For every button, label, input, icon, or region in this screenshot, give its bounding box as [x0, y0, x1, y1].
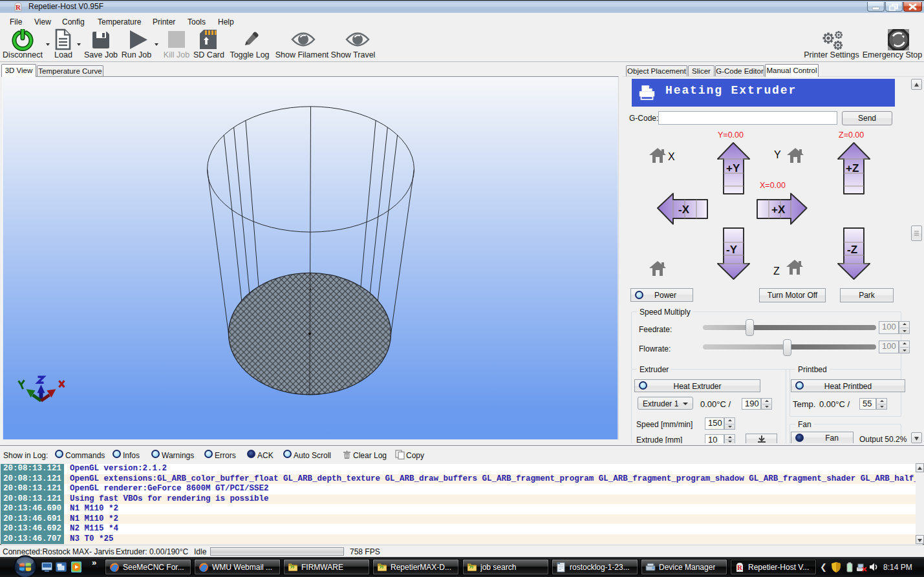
svg-text:Y: Y: [774, 149, 781, 160]
svg-text:-Y: -Y: [726, 244, 738, 256]
svg-text:R: R: [16, 3, 21, 11]
svg-text:-X: -X: [678, 204, 690, 216]
svg-text:+Z: +Z: [846, 162, 859, 174]
svg-text:+Y: +Y: [726, 162, 740, 174]
svg-text:+X: +X: [771, 204, 786, 216]
svg-text:-Z: -Z: [847, 244, 857, 256]
svg-text:Z: Z: [773, 266, 780, 277]
svg-text:R: R: [737, 563, 743, 571]
svg-text:X: X: [668, 151, 675, 162]
